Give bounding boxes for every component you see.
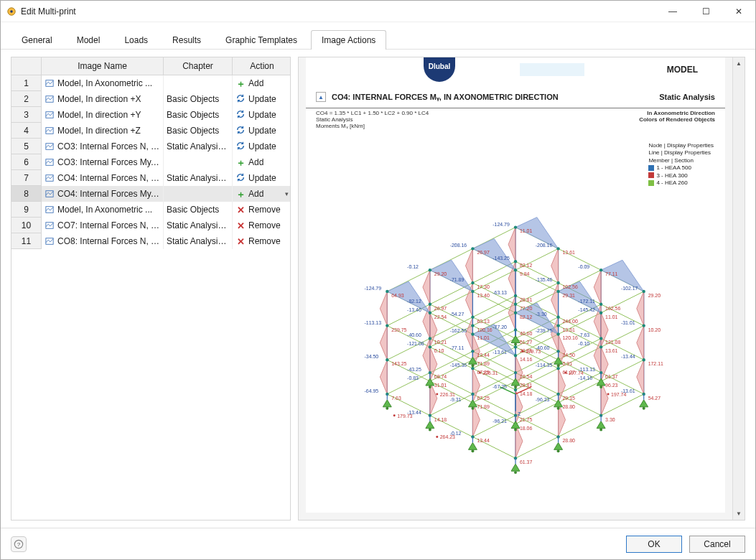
table-row[interactable]: 2Model, In direction +XBasic ObjectsUpda…: [11, 91, 290, 107]
cell-action[interactable]: ＋Add▾: [233, 186, 290, 202]
preview-scrollbar[interactable]: ▲ ▼: [732, 57, 745, 520]
row-number: 1: [11, 75, 42, 91]
scroll-down-icon[interactable]: ▼: [733, 508, 745, 520]
table-row[interactable]: 7CO4: Internal Forces N, I...Static Anal…: [11, 170, 290, 186]
scroll-up-icon[interactable]: ▲: [733, 57, 745, 70]
tab-loads[interactable]: Loads: [113, 30, 159, 50]
cell-action[interactable]: ✕Remove: [233, 233, 290, 249]
header-spacer: [520, 63, 584, 76]
tabstrip: GeneralModelLoadsResultsGraphic Template…: [1, 22, 755, 50]
image-icon: [45, 220, 55, 230]
table-row[interactable]: 6CO3: Internal Forces My, ...＋Add: [11, 154, 290, 170]
svg-point-127: [471, 324, 474, 327]
row-number: 2: [11, 91, 42, 107]
table-row[interactable]: 10CO7: Internal Forces N, I...Static Ana…: [11, 218, 290, 233]
svg-text:26.97: 26.97: [477, 250, 490, 255]
cell-action[interactable]: Update: [233, 170, 290, 186]
table-row[interactable]: 5CO3: Internal Forces N, I...Static Anal…: [11, 139, 290, 154]
svg-point-108: [386, 290, 388, 293]
svg-text:11.01: 11.01: [605, 314, 618, 319]
svg-text:17.30: 17.30: [477, 284, 490, 289]
svg-text:-113.13: -113.13: [365, 320, 382, 325]
svg-marker-178: [383, 400, 391, 407]
svg-text:-124.79: -124.79: [493, 222, 510, 227]
svg-text:34.50: 34.50: [563, 353, 576, 358]
svg-text:-96.21: -96.21: [493, 419, 507, 424]
table-row[interactable]: 3Model, In direction +YBasic ObjectsUpda…: [11, 107, 290, 123]
svg-point-189: [471, 407, 474, 410]
tab-general[interactable]: General: [11, 30, 63, 50]
cell-image-name: Model, In Axonometric ...: [42, 75, 164, 91]
svg-text:82.12: 82.12: [520, 314, 533, 319]
sub-view: In Axonometric Direction: [639, 110, 715, 116]
svg-marker-83: [637, 326, 644, 360]
cell-action[interactable]: Update: [233, 107, 290, 123]
svg-point-110: [514, 269, 517, 271]
cancel-button[interactable]: Cancel: [689, 536, 745, 553]
cell-image-name: Model, In direction +Y: [42, 107, 164, 123]
image-actions-grid: Image Name Chapter Action 1Model, In Axo…: [11, 57, 291, 521]
table-row[interactable]: 9Model, In Axonometric ...Basic Objects✕…: [11, 202, 290, 218]
svg-point-192: [429, 429, 431, 431]
svg-text:-82.12: -82.12: [407, 299, 421, 304]
ok-button[interactable]: OK: [626, 536, 682, 553]
svg-point-138: [471, 315, 474, 318]
cell-image-name: CO7: Internal Forces N, I...: [42, 218, 164, 233]
svg-text:14.18: 14.18: [434, 417, 447, 422]
svg-text:-31.01: -31.01: [621, 320, 635, 325]
table-row[interactable]: 4Model, In direction +ZBasic ObjectsUpda…: [11, 123, 290, 139]
cell-chapter: Static Analysis...: [164, 139, 233, 154]
svg-text:11.01: 11.01: [520, 229, 533, 234]
svg-point-123: [429, 303, 431, 306]
tab-model[interactable]: Model: [66, 30, 111, 50]
svg-point-116: [471, 332, 474, 335]
svg-marker-54: [423, 270, 430, 304]
svg-text:120.16: 120.16: [477, 327, 492, 332]
svg-point-119: [556, 332, 559, 335]
cell-action[interactable]: ✕Remove: [233, 202, 290, 218]
table-row[interactable]: 1Model, In Axonometric ...＋Add: [11, 75, 290, 91]
svg-text:-13.44: -13.44: [621, 354, 635, 359]
svg-text:197.74: 197.74: [611, 392, 626, 397]
svg-text:10.20: 10.20: [648, 327, 661, 332]
svg-text:-63.13: -63.13: [493, 290, 507, 295]
svg-point-145: [599, 337, 602, 340]
svg-text:197.74: 197.74: [568, 370, 583, 375]
image-icon: [45, 78, 55, 88]
svg-text:13.61: 13.61: [605, 348, 618, 353]
cell-action[interactable]: ＋Add: [233, 75, 290, 91]
sub-analysis: Static Analysis: [316, 116, 429, 123]
svg-point-134: [599, 345, 602, 348]
svg-text:-208.16: -208.16: [536, 243, 553, 248]
tab-image-actions[interactable]: Image Actions: [311, 30, 386, 50]
help-button[interactable]: ?: [11, 536, 27, 552]
svg-point-186: [514, 386, 517, 388]
svg-point-149: [643, 358, 645, 361]
row-number: 5: [11, 139, 42, 154]
svg-text:28.81: 28.81: [520, 383, 533, 388]
remove-icon: ✕: [235, 220, 246, 230]
cell-action[interactable]: Update: [233, 139, 290, 154]
svg-point-336: [393, 414, 396, 416]
svg-point-180: [386, 407, 388, 410]
cell-action[interactable]: ＋Add: [233, 154, 290, 170]
update-icon: [235, 94, 246, 104]
tab-graphic-templates[interactable]: Graphic Templates: [215, 30, 308, 50]
close-button[interactable]: ✕: [722, 1, 755, 22]
analysis-type: Static Analysis: [659, 93, 715, 101]
svg-point-109: [556, 247, 559, 250]
svg-text:0.10: 0.10: [434, 348, 444, 353]
minimize-button[interactable]: —: [656, 1, 689, 22]
tab-results[interactable]: Results: [162, 30, 212, 50]
cell-action[interactable]: ✕Remove: [233, 218, 290, 233]
table-row[interactable]: 11CO8: Internal Forces N, I...Static Ana…: [11, 233, 290, 249]
svg-text:-145.42: -145.42: [578, 307, 595, 312]
cell-action[interactable]: Update: [233, 91, 290, 107]
svg-text:14.18: 14.18: [520, 391, 533, 396]
cell-action[interactable]: Update: [233, 123, 290, 139]
svg-text:82.12: 82.12: [520, 263, 533, 268]
maximize-button[interactable]: ☐: [689, 1, 722, 22]
cell-chapter: Static Analysis...: [164, 233, 233, 249]
table-row[interactable]: 8CO4: Internal Forces My, ...＋Add▾: [11, 186, 290, 202]
svg-text:77.20: 77.20: [520, 306, 533, 311]
